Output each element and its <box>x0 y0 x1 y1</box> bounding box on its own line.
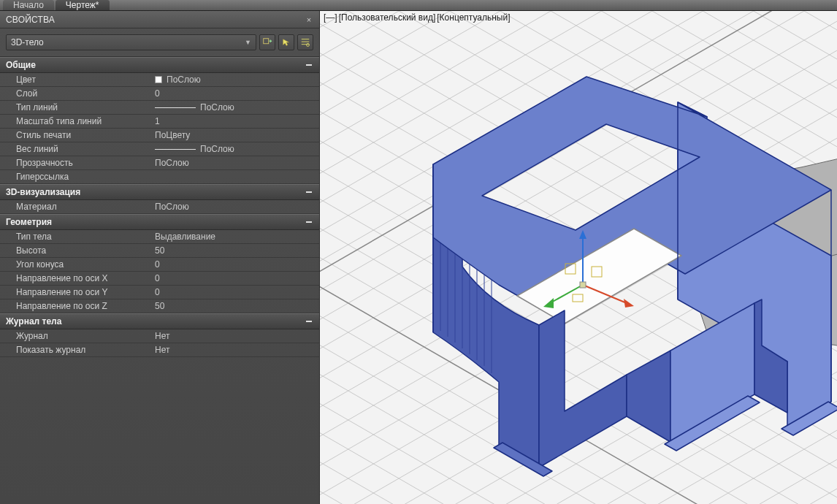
prop-ltscale-value: 1 <box>155 116 319 126</box>
prop-lineweight[interactable]: Вес линий ПоСлою <box>0 142 319 156</box>
panel-title-bar: СВОЙСТВА × <box>0 11 319 28</box>
section-journal-title: Журнал тела <box>6 316 61 327</box>
prop-color-value: ПоСлою <box>167 75 201 85</box>
prop-taper-value: 0 <box>155 259 319 270</box>
object-selector-row: 3D-тело ▼ <box>0 28 319 57</box>
prop-taper-label: Угол конуса <box>0 259 155 270</box>
section-3d-viz-title: 3D-визуализация <box>6 187 80 197</box>
prop-show-journal-label: Показать журнал <box>0 345 155 355</box>
prop-journal-value: Нет <box>155 331 319 341</box>
object-type-select[interactable]: 3D-тело ▼ <box>6 34 256 50</box>
prop-hyperlink[interactable]: Гиперссылка <box>0 170 319 184</box>
prop-dir-z-value: 50 <box>155 301 319 311</box>
viewport[interactable]: [—] [Пользовательский вид] [Концептуальн… <box>320 11 837 504</box>
prop-layer-value: 0 <box>155 88 319 99</box>
quick-select-icon[interactable] <box>297 34 313 50</box>
prop-lineweight-value: ПоСлою <box>200 144 234 154</box>
prop-show-journal-value: Нет <box>155 345 319 355</box>
prop-height-value: 50 <box>155 245 319 256</box>
viewport-canvas[interactable] <box>320 11 837 504</box>
prop-ltscale[interactable]: Масштаб типа линий 1 <box>0 115 319 129</box>
prop-material-value: ПоСлою <box>155 202 319 212</box>
svg-line-47 <box>320 469 837 504</box>
prop-dir-y-value: 0 <box>155 287 319 297</box>
prop-material-label: Материал <box>0 202 155 212</box>
prop-dir-x-value: 0 <box>155 273 319 283</box>
collapse-icon <box>305 218 313 226</box>
prop-dir-z-label: Направление по оси Z <box>0 301 155 311</box>
prop-dir-z[interactable]: Направление по оси Z 50 <box>0 299 319 313</box>
prop-plotstyle[interactable]: Стиль печати ПоЦвету <box>0 129 319 142</box>
prop-linetype-value: ПоСлою <box>200 102 234 112</box>
svg-point-1 <box>307 44 310 47</box>
prop-linetype[interactable]: Тип линий ПоСлою <box>0 101 319 115</box>
viewport-toggle[interactable]: [—] <box>323 12 338 23</box>
prop-body-type-value: Выдавливание <box>155 232 319 242</box>
chevron-down-icon: ▼ <box>245 39 251 46</box>
collapse-icon <box>305 61 313 69</box>
tab-drawing[interactable]: Чертеж* <box>56 0 110 10</box>
section-geometry-title: Геометрия <box>6 217 52 227</box>
prop-body-type-label: Тип тела <box>0 232 155 242</box>
section-general-title: Общие <box>6 60 36 70</box>
prop-journal-label: Журнал <box>0 331 155 341</box>
prop-layer[interactable]: Слой 0 <box>0 87 319 101</box>
prop-linetype-label: Тип линий <box>0 102 155 112</box>
toggle-pickadd-icon[interactable] <box>259 34 275 50</box>
main-area: СВОЙСТВА × 3D-тело ▼ Общие <box>0 11 837 504</box>
prop-journal[interactable]: Журнал Нет <box>0 329 319 343</box>
prop-plotstyle-label: Стиль печати <box>0 130 155 140</box>
prop-dir-x-label: Направление по оси X <box>0 273 155 283</box>
properties-panel: СВОЙСТВА × 3D-тело ▼ Общие <box>0 11 320 504</box>
svg-marker-106 <box>624 299 634 308</box>
prop-body-type[interactable]: Тип тела Выдавливание <box>0 230 319 244</box>
collapse-icon <box>305 188 313 196</box>
prop-color-label: Цвет <box>0 75 155 85</box>
tab-start[interactable]: Начало <box>3 0 54 10</box>
viewport-view-label[interactable]: [Пользовательский вид] <box>338 12 437 23</box>
prop-dir-x[interactable]: Направление по оси X 0 <box>0 272 319 286</box>
prop-material[interactable]: Материал ПоСлою <box>0 200 319 214</box>
viewport-style-label[interactable]: [Концептуальный] <box>436 12 511 23</box>
prop-lineweight-label: Вес линий <box>0 144 155 154</box>
select-objects-icon[interactable] <box>278 34 294 50</box>
document-tab-bar: Начало Чертеж* <box>0 0 837 11</box>
prop-plotstyle-value: ПоЦвету <box>155 130 319 140</box>
line-sample-icon <box>155 107 196 108</box>
prop-height-label: Высота <box>0 245 155 256</box>
prop-ltscale-label: Масштаб типа линий <box>0 116 155 126</box>
collapse-icon <box>305 317 313 326</box>
prop-transparency-value: ПоСлою <box>155 158 319 168</box>
prop-show-journal[interactable]: Показать журнал Нет <box>0 343 319 357</box>
prop-dir-y-label: Направление по оси Y <box>0 287 155 297</box>
prop-dir-y[interactable]: Направление по оси Y 0 <box>0 286 319 299</box>
color-swatch-icon <box>155 76 162 83</box>
prop-hyperlink-label: Гиперссылка <box>0 172 155 182</box>
svg-rect-109 <box>580 282 586 288</box>
prop-layer-label: Слой <box>0 88 155 99</box>
line-sample-icon <box>155 149 196 150</box>
prop-color[interactable]: Цвет ПоСлою <box>0 73 319 87</box>
section-3d-viz[interactable]: 3D-визуализация <box>0 184 319 200</box>
section-geometry[interactable]: Геометрия <box>0 214 319 230</box>
section-general[interactable]: Общие <box>0 57 319 73</box>
svg-rect-0 <box>264 39 269 44</box>
object-type-value: 3D-тело <box>11 37 44 47</box>
prop-height[interactable]: Высота 50 <box>0 244 319 258</box>
app-root: Начало Чертеж* СВОЙСТВА × 3D-тело ▼ <box>0 0 837 504</box>
panel-title: СВОЙСТВА <box>6 15 55 25</box>
prop-taper[interactable]: Угол конуса 0 <box>0 258 319 272</box>
panel-close-icon[interactable]: × <box>305 15 313 24</box>
viewport-controls: [—] [Пользовательский вид] [Концептуальн… <box>323 12 511 23</box>
prop-transparency-label: Прозрачность <box>0 158 155 168</box>
section-journal[interactable]: Журнал тела <box>0 313 319 329</box>
prop-transparency[interactable]: Прозрачность ПоСлою <box>0 156 319 170</box>
